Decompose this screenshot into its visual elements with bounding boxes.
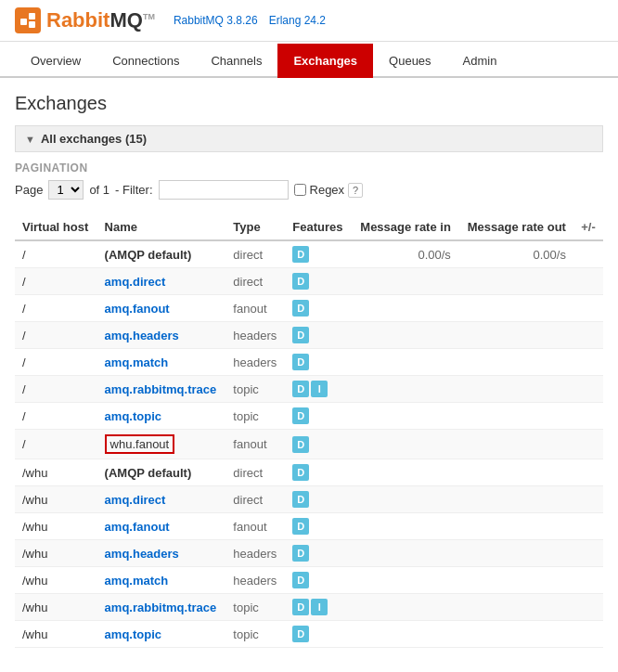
nav-exchanges[interactable]: Exchanges <box>277 44 373 78</box>
table-row[interactable]: /amq.fanoutfanoutD <box>15 295 603 322</box>
cell-type: direct <box>225 459 285 486</box>
cell-features: D <box>285 268 351 295</box>
cell-features: D <box>285 540 351 567</box>
cell-plus-minus <box>573 459 603 486</box>
cell-vhost: /whu <box>15 540 97 567</box>
cell-features: D <box>285 240 351 268</box>
cell-plus-minus <box>573 540 603 567</box>
cell-features: D <box>285 567 351 594</box>
cell-type: headers <box>225 567 285 594</box>
regex-checkbox[interactable] <box>294 184 306 196</box>
cell-rate-out <box>458 486 573 513</box>
cell-name[interactable]: amq.direct <box>97 268 226 295</box>
cell-type: topic <box>225 403 285 430</box>
nav-admin[interactable]: Admin <box>447 44 513 78</box>
cell-rate-in <box>352 376 458 403</box>
nav: Overview Connections Channels Exchanges … <box>0 42 618 78</box>
table-row[interactable]: /whuamq.headersheadersD <box>15 540 603 567</box>
exchanges-table: Virtual host Name Type Features Message … <box>15 214 603 648</box>
cell-vhost: /whu <box>15 621 97 648</box>
cell-name[interactable]: amq.match <box>97 349 226 376</box>
filter-label: - Filter: <box>115 183 152 197</box>
cell-name[interactable]: (AMQP default) <box>97 459 226 486</box>
cell-plus-minus <box>573 322 603 349</box>
rabbitmq-version: RabbitMQ 3.8.26 <box>174 14 258 27</box>
table-row[interactable]: /whu.fanoutfanoutD <box>15 430 603 459</box>
col-name: Name <box>97 214 226 240</box>
cell-features: D <box>285 295 351 322</box>
cell-rate-in <box>352 430 458 459</box>
table-row[interactable]: /amq.matchheadersD <box>15 349 603 376</box>
cell-plus-minus <box>573 349 603 376</box>
cell-vhost: /whu <box>15 513 97 540</box>
cell-plus-minus <box>573 430 603 459</box>
cell-plus-minus <box>573 513 603 540</box>
table-row[interactable]: /amq.directdirectD <box>15 268 603 295</box>
table-row[interactable]: /(AMQP default)directD0.00/s0.00/s <box>15 240 603 268</box>
cell-rate-out <box>458 430 573 459</box>
cell-features: DI <box>285 376 351 403</box>
cell-name[interactable]: amq.direct <box>97 486 226 513</box>
cell-rate-out <box>458 513 573 540</box>
table-row[interactable]: /whuamq.rabbitmq.tracetopicDI <box>15 594 603 621</box>
cell-vhost: / <box>15 295 97 322</box>
cell-rate-in <box>352 594 458 621</box>
filter-input[interactable] <box>159 180 289 200</box>
cell-name[interactable]: amq.headers <box>97 322 226 349</box>
table-row[interactable]: /amq.topictopicD <box>15 403 603 430</box>
cell-rate-in <box>352 621 458 648</box>
section-header[interactable]: ▼ All exchanges (15) <box>15 125 603 152</box>
cell-rate-out <box>458 540 573 567</box>
cell-name[interactable]: amq.topic <box>97 621 226 648</box>
pagination-row: Page 1 of 1 - Filter: Regex ? <box>15 180 603 200</box>
col-features: Features <box>285 214 351 240</box>
table-row[interactable]: /whuamq.fanoutfanoutD <box>15 513 603 540</box>
cell-name[interactable]: amq.topic <box>97 403 226 430</box>
table-row[interactable]: /whuamq.directdirectD <box>15 486 603 513</box>
table-row[interactable]: /amq.rabbitmq.tracetopicDI <box>15 376 603 403</box>
cell-name[interactable]: amq.headers <box>97 540 226 567</box>
svg-rect-0 <box>20 19 27 25</box>
cell-rate-in <box>352 567 458 594</box>
cell-name[interactable]: amq.match <box>97 567 226 594</box>
cell-name[interactable]: amq.fanout <box>97 295 226 322</box>
cell-type: direct <box>225 240 285 268</box>
cell-name[interactable]: amq.fanout <box>97 513 226 540</box>
table-row[interactable]: /whuamq.topictopicD <box>15 621 603 648</box>
cell-name[interactable]: (AMQP default) <box>97 240 226 268</box>
cell-features: D <box>285 621 351 648</box>
col-rate-in: Message rate in <box>352 214 458 240</box>
cell-vhost: / <box>15 240 97 268</box>
cell-vhost: /whu <box>15 459 97 486</box>
cell-name[interactable]: amq.rabbitmq.trace <box>97 376 226 403</box>
cell-name[interactable]: amq.rabbitmq.trace <box>97 594 226 621</box>
regex-help-icon[interactable]: ? <box>348 183 363 198</box>
cell-features: D <box>285 322 351 349</box>
cell-vhost: / <box>15 268 97 295</box>
cell-plus-minus <box>573 403 603 430</box>
svg-rect-1 <box>29 13 35 19</box>
cell-rate-in <box>352 403 458 430</box>
erlang-version: Erlang 24.2 <box>269 14 326 27</box>
col-vhost: Virtual host <box>15 214 97 240</box>
nav-overview[interactable]: Overview <box>15 44 97 78</box>
cell-vhost: / <box>15 403 97 430</box>
cell-rate-out <box>458 295 573 322</box>
cell-rate-out <box>458 594 573 621</box>
table-row[interactable]: /whu(AMQP default)directD <box>15 459 603 486</box>
cell-rate-in <box>352 295 458 322</box>
table-header-row: Virtual host Name Type Features Message … <box>15 214 603 240</box>
table-row[interactable]: /amq.headersheadersD <box>15 322 603 349</box>
table-row[interactable]: /whuamq.matchheadersD <box>15 567 603 594</box>
nav-channels[interactable]: Channels <box>195 44 277 78</box>
nav-connections[interactable]: Connections <box>97 44 195 78</box>
page-select[interactable]: 1 <box>48 180 84 200</box>
cell-rate-in <box>352 268 458 295</box>
version-info: RabbitMQ 3.8.26 Erlang 24.2 <box>174 14 326 27</box>
cell-plus-minus <box>573 486 603 513</box>
cell-name[interactable]: whu.fanout <box>97 430 226 459</box>
cell-type: fanout <box>225 430 285 459</box>
cell-features: D <box>285 403 351 430</box>
nav-queues[interactable]: Queues <box>373 44 447 78</box>
cell-rate-in: 0.00/s <box>352 240 458 268</box>
